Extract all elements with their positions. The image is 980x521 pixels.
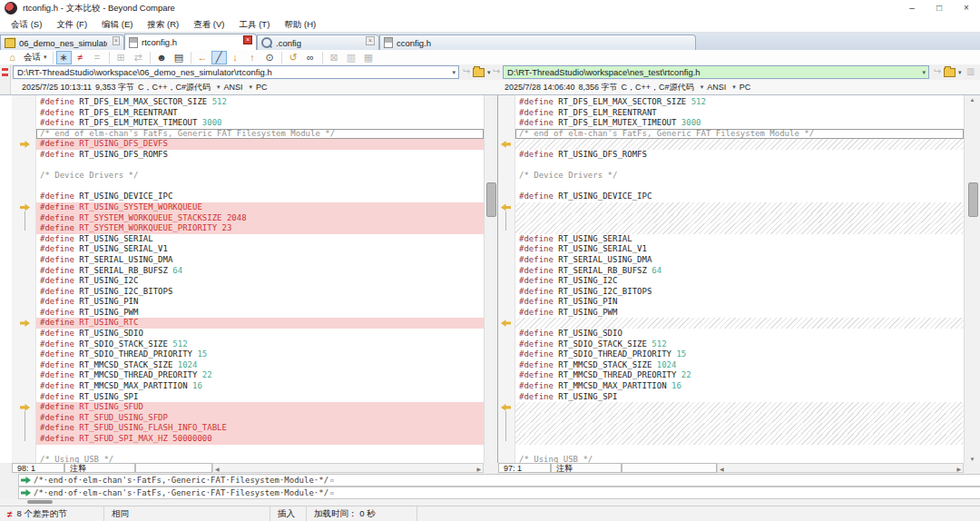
find-button[interactable]: ⊙: [261, 51, 279, 64]
right-scrollbar-thumb[interactable]: [968, 182, 978, 217]
code-line[interactable]: [36, 182, 484, 192]
missing-line-placeholder[interactable]: [515, 223, 964, 234]
code-line[interactable]: #define RT_SYSTEM_WORKQUEUE_PRIORITY 23: [36, 223, 484, 234]
minimize-button[interactable]: –: [898, 0, 926, 16]
tab--config[interactable]: .config×: [257, 34, 379, 50]
maximize-button[interactable]: □: [926, 0, 953, 16]
close-button[interactable]: ×: [953, 0, 980, 16]
code-line[interactable]: [515, 161, 964, 172]
code-line[interactable]: #define RT_DFS_ELM_MAX_SECTOR_SIZE 512: [515, 97, 964, 108]
right-swap-icon[interactable]: ↪: [934, 66, 941, 76]
previous-section-button[interactable]: ←: [194, 51, 211, 64]
close-session-button[interactable]: ⊠: [326, 51, 343, 64]
right-vertical-scrollbar[interactable]: ▲ ▼: [964, 95, 980, 464]
code-line[interactable]: #define RT_USING_DFS_ROMFS: [36, 150, 484, 161]
diff-section-marker-icon[interactable]: [20, 403, 30, 411]
missing-line-placeholder[interactable]: [515, 213, 964, 224]
code-line[interactable]: [36, 161, 484, 172]
detail-scrollbar-thumb[interactable]: [27, 500, 53, 504]
left-swap-icon[interactable]: ↪: [463, 66, 470, 76]
missing-line-placeholder[interactable]: [515, 413, 964, 424]
code-line[interactable]: #define RT_SYSTEM_WORKQUEUE_STACKSIZE 20…: [36, 213, 484, 224]
left-path-combobox[interactable]: D:\RT-ThreadStudio\workspace\06_demo_nes…: [13, 65, 459, 79]
tab-06-demo-nes-simulator-[interactable]: 06_demo_nes_simulator <...×: [0, 34, 124, 50]
code-line[interactable]: #define RT_SERIAL_RB_BUFSZ 64: [36, 266, 484, 277]
menu-item-帮[interactable]: 帮助 (H): [277, 16, 323, 32]
right-file-syntax[interactable]: C，C++，C#源代码: [622, 82, 694, 93]
tab-close-icon[interactable]: ×: [243, 35, 252, 44]
right-browse-folder-button[interactable]: ▾: [944, 66, 962, 78]
code-line[interactable]: /* end of elm-chan's FatFs, Generic FAT …: [36, 129, 484, 140]
code-line[interactable]: #define RT_USING_SDIO: [515, 329, 964, 339]
code-line[interactable]: [36, 445, 484, 456]
code-line[interactable]: #define RT_DFS_ELM_REENTRANT: [515, 108, 964, 119]
code-line[interactable]: #define RT_USING_I2C_BITOPS: [515, 287, 964, 298]
code-line[interactable]: #define RT_USING_SPI: [515, 392, 964, 403]
code-line[interactable]: /* end of elm-chan's FatFs, Generic FAT …: [515, 129, 964, 140]
report-button[interactable]: ▥: [343, 51, 360, 64]
code-line[interactable]: #define RT_USING_SFUD: [36, 402, 484, 413]
code-line[interactable]: #define RT_MMCSD_MAX_PARTITION 16: [36, 381, 484, 392]
code-line[interactable]: #define RT_USING_DEVICE_IPC: [515, 192, 964, 202]
ignore-unimportant-button[interactable]: ∞: [302, 51, 319, 64]
show-same-button[interactable]: =: [89, 51, 106, 64]
diff-section-marker-icon[interactable]: [20, 319, 30, 328]
left-path-caret-icon[interactable]: ▾: [452, 69, 458, 76]
detail-horizontal-scrollbar[interactable]: [0, 499, 980, 506]
diff-mark[interactable]: [2, 74, 8, 76]
missing-line-placeholder[interactable]: [515, 402, 964, 413]
scroll-left-icon[interactable]: ◀: [720, 466, 724, 472]
diff-section-marker-icon[interactable]: [501, 140, 511, 148]
menu-item-搜[interactable]: 搜索 (R): [140, 16, 186, 32]
code-line[interactable]: #define RT_MMCSD_THREAD_PREORITY 22: [36, 370, 484, 381]
copy-menu-button[interactable]: ▤: [171, 51, 188, 64]
diff-section-marker-icon[interactable]: [501, 403, 511, 411]
reload-button[interactable]: ↺: [285, 51, 302, 64]
code-line[interactable]: #define RT_USING_PWM: [515, 308, 964, 319]
diff-section-marker-icon[interactable]: [20, 140, 30, 148]
code-line[interactable]: #define RT_SDIO_STACK_SIZE 512: [515, 339, 964, 350]
tab-close-icon[interactable]: ×: [113, 36, 120, 45]
missing-line-placeholder[interactable]: [515, 434, 964, 445]
code-line[interactable]: #define RT_USING_DEVICE_IPC: [36, 192, 484, 202]
code-line[interactable]: /* Device Drivers */: [36, 171, 484, 182]
menu-item-文[interactable]: 文件 (F): [49, 16, 94, 32]
code-line[interactable]: #define RT_SFUD_USING_FLASH_INFO_TABLE: [36, 423, 484, 434]
diff-section-marker-icon[interactable]: [501, 203, 511, 211]
right-jump-icon[interactable]: ↪: [493, 66, 500, 76]
menu-item-工[interactable]: 工具 (T): [232, 16, 278, 32]
scroll-right-icon[interactable]: ▶: [956, 466, 961, 472]
code-line[interactable]: #define RT_SERIAL_USING_DMA: [515, 255, 964, 266]
edit-mode-button[interactable]: ╱: [211, 51, 227, 64]
code-line[interactable]: #define RT_USING_I2C: [36, 276, 484, 287]
right-code-pane[interactable]: #define RT_DFS_ELM_MAX_SECTOR_SIZE 512#d…: [515, 95, 964, 464]
left-code-pane[interactable]: #define RT_DFS_ELM_MAX_SECTOR_SIZE 512#d…: [36, 95, 484, 464]
code-line[interactable]: #define RT_SERIAL_USING_DMA: [36, 255, 484, 266]
left-file-encoding[interactable]: ANSI: [223, 83, 242, 92]
code-line[interactable]: #define RT_USING_SERIAL: [515, 234, 964, 245]
left-syntax-caret-icon[interactable]: ▾: [217, 84, 220, 91]
code-line[interactable]: #define RT_MMCSD_THREAD_PREORITY 22: [515, 370, 964, 381]
code-line[interactable]: #define RT_SDIO_THREAD_PRIORITY 15: [36, 349, 484, 360]
menu-item-会[interactable]: 会话 (S): [4, 16, 49, 32]
diff-mark[interactable]: [2, 68, 8, 71]
code-line[interactable]: [515, 445, 964, 456]
code-line[interactable]: #define RT_USING_PIN: [515, 297, 964, 308]
previous-difference-button[interactable]: ↑: [244, 51, 261, 64]
missing-line-placeholder[interactable]: [515, 423, 964, 434]
code-line[interactable]: #define RT_USING_SERIAL_V1: [36, 244, 484, 255]
code-line[interactable]: #define RT_DFS_ELM_MAX_SECTOR_SIZE 512: [36, 97, 484, 108]
tab-close-icon[interactable]: ×: [366, 36, 375, 45]
missing-line-placeholder[interactable]: [515, 139, 964, 150]
code-line[interactable]: #define RT_SFUD_SPI_MAX_HZ 50000000: [36, 434, 484, 445]
code-line[interactable]: #define RT_DFS_ELM_MUTEX_TIMEOUT 3000: [515, 118, 964, 129]
missing-line-placeholder[interactable]: [515, 202, 964, 213]
scroll-down-icon[interactable]: ▼: [965, 457, 980, 462]
code-line[interactable]: #define RT_DFS_ELM_MUTEX_TIMEOUT 3000: [36, 118, 484, 129]
right-syntax-caret-icon[interactable]: ▾: [701, 84, 704, 91]
code-line[interactable]: #define RT_DFS_ELM_REENTRANT: [36, 108, 484, 119]
right-horizontal-scrollbar[interactable]: ◀ ▶: [717, 463, 964, 473]
code-line[interactable]: #define RT_USING_I2C: [515, 276, 964, 287]
code-line[interactable]: #define RT_USING_DFS_DEVFS: [36, 139, 484, 150]
swap-sides-button[interactable]: ⇄: [130, 51, 147, 64]
